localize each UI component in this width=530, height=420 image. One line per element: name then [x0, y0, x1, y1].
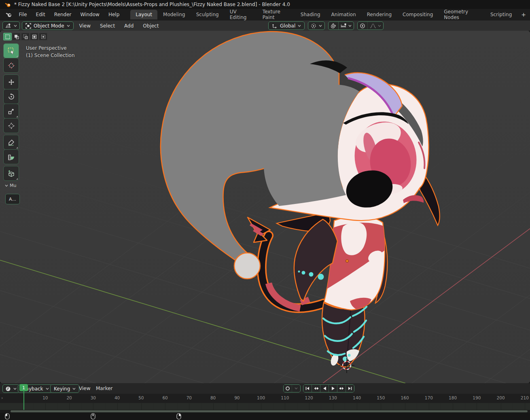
select-mode-set[interactable] — [3, 33, 12, 40]
timeline-header: Playback Keying View Marker — [0, 383, 530, 394]
play-reverse-button[interactable] — [320, 385, 329, 392]
menu-edit[interactable]: Edit — [32, 10, 50, 19]
chevron-down-icon — [13, 388, 17, 390]
menu-window[interactable]: Window — [76, 10, 104, 19]
proportional-falloff-dropdown[interactable] — [367, 22, 383, 30]
frame-tick-label: 70 — [187, 395, 192, 400]
editor-type-dropdown[interactable] — [2, 21, 20, 30]
channel-grid-line — [57, 403, 57, 410]
object-origin-dot[interactable] — [346, 260, 349, 263]
character-artwork — [0, 31, 530, 383]
tool-annotate[interactable] — [3, 135, 19, 150]
frame-tick-label: 100 — [257, 395, 265, 400]
play-reverse-icon — [322, 386, 327, 391]
tab-sculpting[interactable]: Sculpting — [191, 10, 224, 19]
chevron-down-icon — [295, 387, 298, 390]
frame-tick-label: 50 — [138, 395, 144, 400]
channel-grid-line — [201, 403, 201, 410]
blender-logo-icon[interactable] — [6, 11, 12, 18]
add-workspace-button[interactable]: + — [517, 9, 530, 20]
frame-tick-label: 60 — [162, 395, 167, 400]
tab-layout[interactable]: Layout — [130, 10, 157, 19]
tab-shading[interactable]: Shading — [295, 10, 326, 19]
select-mode-intersect[interactable] — [39, 33, 47, 40]
snap-toggle-button[interactable] — [329, 22, 338, 30]
channel-grid-line — [153, 403, 153, 410]
channel-grid-line — [261, 403, 261, 410]
transform-orientation-dropdown[interactable]: Global — [268, 21, 305, 30]
viewport-menu-view[interactable]: View — [76, 22, 94, 30]
timeline-menu-view[interactable]: View — [75, 384, 94, 392]
viewport-menu-select[interactable]: Select — [96, 22, 119, 30]
tool-add-cube[interactable] — [3, 166, 19, 181]
viewport-menu-add[interactable]: Add — [121, 22, 137, 30]
tool-scale[interactable] — [3, 104, 19, 119]
channel-grid-line — [141, 403, 142, 410]
select-mode-invert[interactable] — [30, 33, 38, 40]
viewport-menu-object[interactable]: Object — [139, 22, 162, 30]
timeline-channels[interactable] — [0, 403, 530, 410]
blender-logo-icon — [5, 2, 11, 8]
tab-animation[interactable]: Animation — [326, 10, 361, 19]
tab-scripting[interactable]: Scripting — [485, 10, 517, 19]
channel-grid-line — [345, 403, 345, 410]
timeline-scrollbar[interactable] — [0, 410, 530, 413]
channel-grid-line — [273, 403, 273, 410]
blender-window: * Fizzy Naked Base 2 [K:\Unity Pojects\M… — [0, 0, 530, 420]
next-keyframe-button[interactable] — [337, 385, 346, 392]
operator-panel-label: Mu — [10, 183, 16, 188]
playhead[interactable] — [23, 391, 24, 410]
mode-dropdown[interactable]: Object Mode — [22, 21, 74, 30]
tab-modeling[interactable]: Modeling — [158, 10, 191, 19]
tool-select-box[interactable] — [3, 43, 19, 58]
tool-rotate[interactable] — [3, 89, 19, 104]
frame-tick-label: 210 — [521, 395, 529, 400]
channel-grid-line — [417, 403, 417, 410]
hat-pompom[interactable] — [234, 253, 260, 279]
timeline-menu-marker[interactable]: Marker — [92, 384, 116, 392]
menu-file[interactable]: File — [14, 10, 31, 19]
menu-help[interactable]: Help — [104, 10, 124, 19]
channel-grid-line — [453, 403, 453, 410]
frame-tick-label: 190 — [473, 395, 481, 400]
tab-rendering[interactable]: Rendering — [362, 10, 397, 19]
tool-move[interactable] — [3, 74, 19, 89]
timeline-editor-type-dropdown[interactable] — [2, 384, 19, 393]
proportional-editing-toggle[interactable] — [358, 22, 367, 30]
tool-cursor[interactable] — [3, 58, 19, 73]
record-button[interactable] — [284, 385, 292, 392]
proportional-editing-group — [357, 21, 384, 30]
channel-grid-line — [501, 403, 501, 410]
snap-increment-icon — [341, 23, 347, 29]
operator-panel-header[interactable]: Mu — [5, 183, 16, 188]
channel-grid-line — [237, 403, 237, 410]
operator-panel-button[interactable]: A... — [5, 194, 20, 204]
channel-grid-line — [249, 403, 249, 410]
current-frame-badge[interactable]: 1 — [19, 384, 28, 391]
select-mode-extend[interactable] — [12, 33, 21, 40]
play-button[interactable] — [329, 385, 337, 392]
timeline-scrollbar-thumb[interactable] — [11, 410, 528, 412]
tool-transform[interactable] — [3, 118, 19, 133]
jump-to-start-button[interactable] — [303, 385, 312, 392]
record-icon — [285, 386, 290, 391]
jump-to-end-icon — [348, 386, 352, 391]
channel-grid-line — [333, 403, 333, 410]
frame-tick-label: 130 — [329, 395, 337, 400]
3d-viewport[interactable]: User Perspective (1) Scene Collection Mu… — [0, 31, 530, 383]
snap-target-dropdown[interactable] — [338, 22, 354, 30]
tab-compositing[interactable]: Compositing — [397, 10, 438, 19]
record-options-dropdown[interactable] — [292, 385, 300, 392]
channel-grid-line — [177, 403, 178, 410]
jump-to-end-button[interactable] — [346, 385, 354, 392]
menu-render[interactable]: Render — [50, 10, 76, 19]
frame-tick-label: 180 — [449, 395, 457, 400]
expand-arrow-icon[interactable]: › — [1, 395, 3, 401]
frame-tick-label: 110 — [281, 395, 289, 400]
pivot-point-dropdown[interactable] — [308, 21, 325, 30]
channel-grid-line — [45, 403, 46, 410]
frame-ruler[interactable]: 1020304050607080901001101201301401501601… — [0, 394, 530, 403]
tool-measure[interactable] — [3, 149, 19, 164]
select-mode-subtract[interactable] — [21, 33, 30, 40]
previous-keyframe-button[interactable] — [312, 385, 320, 392]
